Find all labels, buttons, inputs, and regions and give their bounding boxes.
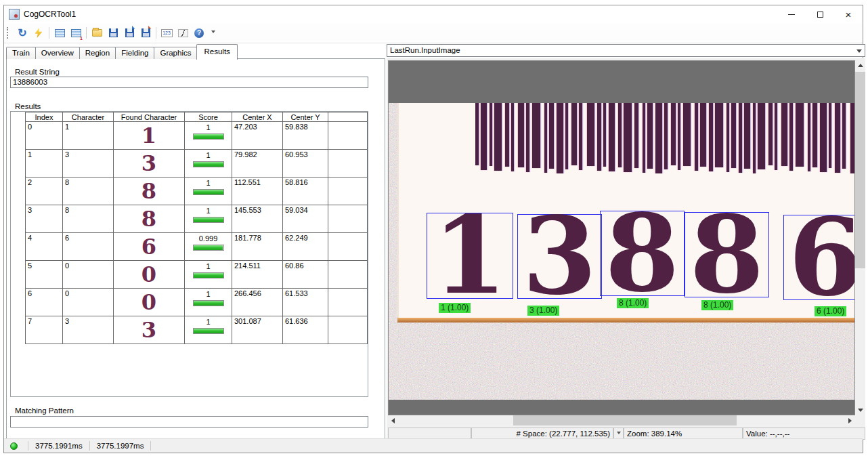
vertical-scrollbar[interactable] <box>855 60 865 415</box>
results-row-5[interactable]: 5001214.51160.86 <box>26 261 368 289</box>
scroll-down-button[interactable] <box>855 404 865 415</box>
barcode-bar <box>683 103 691 166</box>
scroll-right-button[interactable] <box>844 415 855 425</box>
barcode-bar <box>647 103 653 169</box>
image-viewport[interactable]: 1 1 (1.00) 3 3 (1.00) 8 8 (1.00) 8 8 (1.… <box>388 60 855 415</box>
results-row-4[interactable]: 4660.999181.77862.249 <box>26 233 368 261</box>
character-cell: 1 <box>63 122 114 150</box>
barcode-bar <box>481 103 487 170</box>
results-col-header[interactable]: Center Y <box>283 112 328 122</box>
tab-overview[interactable]: Overview <box>35 47 80 59</box>
results-row-2[interactable]: 2881112.55158.816 <box>26 178 368 205</box>
center-y-cell: 58.816 <box>283 178 328 205</box>
combo-dropdown-button[interactable] <box>853 45 865 56</box>
caliper-button[interactable] <box>175 25 191 41</box>
import-button[interactable] <box>137 25 154 41</box>
results-col-header[interactable]: Character <box>63 112 114 122</box>
horizontal-scroll-thumb[interactable] <box>513 415 737 425</box>
empty-cell <box>328 205 368 233</box>
tab-train[interactable]: Train <box>6 47 36 59</box>
barcode-bar <box>812 103 817 167</box>
import-icon <box>142 28 150 37</box>
score-value: 1 <box>187 207 230 215</box>
maximize-button[interactable] <box>806 5 834 23</box>
results-col-header[interactable]: Score <box>185 112 232 122</box>
score-cell: 1 <box>185 205 232 233</box>
image-source-combobox[interactable]: LastRun.InputImage <box>387 44 865 57</box>
scroll-up-button[interactable] <box>855 60 865 71</box>
results-row-0[interactable]: 011147.20359.838 <box>26 122 368 150</box>
results-table[interactable]: IndexCharacterFound CharacterScoreCenter… <box>25 112 368 344</box>
index-cell: 6 <box>26 289 63 316</box>
barcode-bar <box>850 103 855 173</box>
vertical-scroll-thumb[interactable] <box>855 72 865 268</box>
tab-graphics[interactable]: Graphics <box>154 47 197 59</box>
detected-digit-3: 8 <box>690 215 764 295</box>
arrow-right-icon <box>848 418 854 423</box>
chevron-down-icon <box>617 432 621 436</box>
tab-fielding[interactable]: Fielding <box>115 47 154 59</box>
center-x-cell: 79.982 <box>232 150 283 178</box>
save-as-button[interactable] <box>121 25 137 41</box>
center-y-cell: 61.533 <box>283 289 328 316</box>
barcode-bar <box>739 103 742 173</box>
barcode-bar <box>808 103 810 171</box>
results-row-1[interactable]: 133179.98260.953 <box>26 150 368 178</box>
score-bar <box>193 161 224 167</box>
results-col-header[interactable]: Found Character <box>114 112 185 122</box>
tab-results[interactable]: Results <box>196 44 237 60</box>
horizontal-scrollbar[interactable] <box>388 415 855 425</box>
results-row-7[interactable]: 7331301.08761.636 <box>26 316 368 344</box>
matching-pattern-field[interactable] <box>10 416 368 428</box>
detection-box-2: 8 8 (1.00) <box>600 211 685 296</box>
barcode-bar <box>835 103 840 173</box>
score-value: 1 <box>187 151 230 159</box>
barcode-bar <box>820 103 827 172</box>
open-file-button[interactable] <box>89 25 105 41</box>
result-string-field[interactable]: 13886003 <box>10 77 368 88</box>
results-col-header[interactable]: Index <box>26 112 63 122</box>
help-icon: ? <box>194 28 204 38</box>
results-row-3[interactable]: 3881145.55359.034 <box>26 205 368 233</box>
barcode-bar <box>587 103 594 166</box>
empty-cell <box>328 261 368 289</box>
status-separator <box>89 441 90 451</box>
barcode-bar <box>709 103 713 171</box>
close-button[interactable]: × <box>834 5 863 23</box>
results-row-6[interactable]: 6001266.45661.533 <box>26 289 368 316</box>
results-col-header[interactable] <box>328 112 368 122</box>
center-y-cell: 59.034 <box>283 205 328 233</box>
barcode-bar <box>634 103 638 168</box>
results-col-header[interactable]: Center X <box>232 112 283 122</box>
found-character-cell: 3 <box>114 150 185 178</box>
run-once-button[interactable] <box>30 25 47 41</box>
barcode-bar <box>526 103 529 172</box>
barcode-bar <box>490 103 492 166</box>
toolbar-overflow-button[interactable] <box>209 25 218 41</box>
scroll-left-button[interactable] <box>388 415 399 425</box>
status-separator <box>28 441 28 451</box>
lastrun-record-button[interactable]: 1 <box>68 25 84 41</box>
app-icon-dot <box>14 14 18 18</box>
barcode-bar <box>731 103 736 168</box>
found-character-glyph: 0 <box>142 262 156 287</box>
minimize-button[interactable] <box>777 5 806 23</box>
current-record-button[interactable] <box>51 25 68 41</box>
run-continuous-button[interactable]: ↻ <box>14 25 30 41</box>
score-bar-fill <box>194 134 223 139</box>
found-character-cell: 3 <box>114 316 185 344</box>
help-button[interactable]: ? <box>191 25 207 41</box>
title-bar: CogOCRTool1 × <box>4 5 863 23</box>
open-file-icon <box>92 29 102 37</box>
barcode-bar <box>618 103 622 167</box>
arrow-down-icon <box>858 409 863 415</box>
score-bar-fill <box>194 217 223 222</box>
toolbar-grip-handle[interactable] <box>7 27 11 39</box>
score-cell: 1 <box>185 122 232 150</box>
score-bar-fill <box>194 162 223 167</box>
toolbar-separator <box>156 27 156 39</box>
detected-digit-4: 6 <box>789 218 855 297</box>
tab-region[interactable]: Region <box>79 47 116 59</box>
save-button[interactable] <box>105 25 121 41</box>
numeric-display-button[interactable]: 123 <box>158 25 175 41</box>
